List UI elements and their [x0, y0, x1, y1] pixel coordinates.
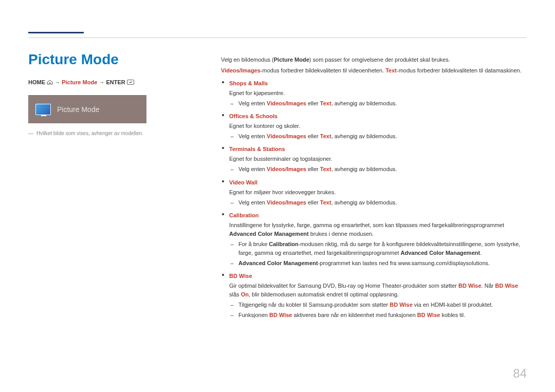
- t: BD Wise: [495, 283, 519, 289]
- bullet-icon: [222, 274, 224, 276]
- t: , avhengig av bildemodus.: [331, 133, 397, 139]
- videowall-title: Video Wall: [229, 179, 257, 185]
- offices-desc: Egnet for kontorer og skoler.: [229, 122, 527, 130]
- t: kobles til.: [440, 312, 465, 318]
- header-rule: [28, 31, 527, 38]
- bullet-icon: [222, 114, 224, 116]
- t: , avhengig av bildemodus.: [331, 199, 397, 206]
- nav-enter: ENTER: [106, 79, 125, 85]
- videowall-sub: Velg enten Videos/Images eller Text, avh…: [229, 198, 527, 207]
- t: via en HDMI-kabel til produktet.: [413, 302, 493, 308]
- mode-offices: Offices & Schools Egnet for kontorer og …: [221, 112, 527, 141]
- intro2-c: Text: [385, 67, 397, 73]
- t: Velg enten: [238, 100, 267, 106]
- shops-title: Shops & Malls: [229, 80, 268, 86]
- preview-tile: Picture Mode: [28, 95, 146, 123]
- svg-rect-0: [127, 80, 134, 85]
- intro2-d: -modus forbedrer bildekvaliteten til dat…: [397, 67, 522, 73]
- t: Advanced Color Management: [229, 231, 309, 237]
- header-accent-bar: [28, 32, 84, 33]
- t: , blir bildemodusen automatisk endret ti…: [249, 291, 399, 297]
- nav-arrow-1: →: [54, 79, 60, 85]
- bdwise-sub2: Funksjonen BD Wise aktiveres bare når en…: [229, 311, 527, 320]
- mode-calibration: Calibration Innstillingene for lysstyrke…: [221, 211, 527, 268]
- right-column: Velg en bildemodus (Picture Mode) som pa…: [221, 31, 527, 324]
- bullet-icon: [222, 180, 224, 182]
- bullet-icon: [222, 81, 224, 83]
- mode-list: Shops & Malls Egnet for kjøpesentre. Vel…: [221, 79, 527, 320]
- calibration-desc: Innstillingene for lysstyrke, farge, gam…: [229, 221, 527, 238]
- t: Text: [320, 166, 331, 172]
- left-footnote: Hvilket bilde som vises, avhenger av mod…: [28, 130, 198, 136]
- t: eller: [306, 199, 320, 206]
- breadcrumb: HOME → Picture Mode → ENTER: [28, 79, 198, 86]
- t: Text: [320, 199, 331, 206]
- t: . Når: [482, 283, 495, 289]
- t: On: [241, 291, 249, 297]
- t: For å bruke: [238, 241, 269, 247]
- page-body: Picture Mode HOME → Picture Mode → ENTER…: [0, 0, 555, 339]
- offices-sub: Velg enten Videos/Images eller Text, avh…: [229, 132, 527, 141]
- t: eller: [306, 100, 320, 106]
- bdwise-title: BD Wise: [229, 273, 252, 279]
- t: eller: [306, 166, 320, 172]
- mode-bdwise: BD Wise Gir optimal bildekvalitet for Sa…: [221, 272, 527, 320]
- mode-videowall: Video Wall Egnet for miljøer hvor videov…: [221, 178, 527, 207]
- t: Gir optimal bildekvalitet for Samsung DV…: [229, 283, 458, 289]
- terminals-sub: Velg enten Videos/Images eller Text, avh…: [229, 165, 527, 174]
- calibration-sub2: Advanced Color Management-programmet kan…: [229, 259, 527, 268]
- t: .: [480, 250, 482, 256]
- intro2-b: -modus forbedrer bildekvaliteten til vid…: [261, 67, 385, 73]
- mode-terminals: Terminals & Stations Egnet for busstermi…: [221, 145, 527, 174]
- shops-sub: Velg enten Videos/Images eller Text, avh…: [229, 99, 527, 108]
- t: , avhengig av bildemodus.: [331, 166, 397, 172]
- t: Videos/Images: [267, 199, 306, 206]
- t: Innstillingene for lysstyrke, farge, gam…: [229, 222, 504, 228]
- t: BD Wise: [269, 312, 292, 318]
- nav-picture-mode: Picture Mode: [62, 79, 97, 85]
- t: Velg enten: [238, 199, 267, 206]
- t: BD Wise: [390, 302, 413, 308]
- intro-line-2: Videos/Images-modus forbedrer bildekvali…: [221, 66, 527, 75]
- calibration-sub1: For å bruke Calibration-modusen riktig, …: [229, 240, 527, 257]
- t: Velg enten: [238, 133, 267, 139]
- nav-arrow-2: →: [99, 79, 104, 85]
- intro1-a: Velg en bildemodus (: [221, 57, 274, 63]
- monitor-icon: [35, 104, 51, 115]
- calibration-title: Calibration: [229, 212, 258, 218]
- terminals-desc: Egnet for bussterminaler og togstasjoner…: [229, 155, 527, 163]
- preview-label: Picture Mode: [57, 105, 99, 114]
- t: Tilgjengelig når du kobler til Samsung-p…: [238, 302, 390, 308]
- t: Text: [320, 133, 331, 139]
- t: Velg enten: [238, 166, 267, 172]
- t: Advanced Color Management: [401, 250, 480, 256]
- t: Advanced Color Management: [238, 260, 318, 266]
- t: Calibration: [269, 241, 298, 247]
- t: , avhengig av bildemodus.: [331, 100, 397, 106]
- t: Videos/Images: [267, 100, 306, 106]
- page-title: Picture Mode: [28, 51, 198, 68]
- t: Videos/Images: [267, 133, 306, 139]
- videowall-desc: Egnet for miljøer hvor videovegger bruke…: [229, 188, 527, 197]
- t: Videos/Images: [267, 166, 306, 172]
- t: aktiveres bare når en kildeenhet med fun…: [292, 312, 417, 318]
- intro-line-1: Velg en bildemodus (Picture Mode) som pa…: [221, 55, 527, 64]
- terminals-title: Terminals & Stations: [229, 146, 285, 152]
- bdwise-sub1: Tilgjengelig når du kobler til Samsung-p…: [229, 301, 527, 309]
- offices-title: Offices & Schools: [229, 113, 278, 119]
- t: eller: [306, 133, 320, 139]
- bullet-icon: [222, 213, 224, 215]
- t: brukes i denne modusen.: [309, 231, 374, 237]
- intro2-a: Videos/Images: [221, 67, 261, 73]
- bullet-icon: [222, 147, 224, 149]
- t: BD Wise: [458, 283, 482, 289]
- t: -programmet kan lastes ned fra www.samsu…: [318, 260, 490, 266]
- t: BD Wise: [417, 312, 440, 318]
- shops-desc: Egnet for kjøpesentre.: [229, 89, 527, 98]
- t: slås: [229, 291, 241, 297]
- left-column: Picture Mode HOME → Picture Mode → ENTER…: [28, 31, 198, 324]
- t: Text: [320, 100, 331, 106]
- t: Funksjonen: [238, 312, 269, 318]
- enter-icon: [127, 80, 134, 86]
- home-icon: [47, 80, 53, 86]
